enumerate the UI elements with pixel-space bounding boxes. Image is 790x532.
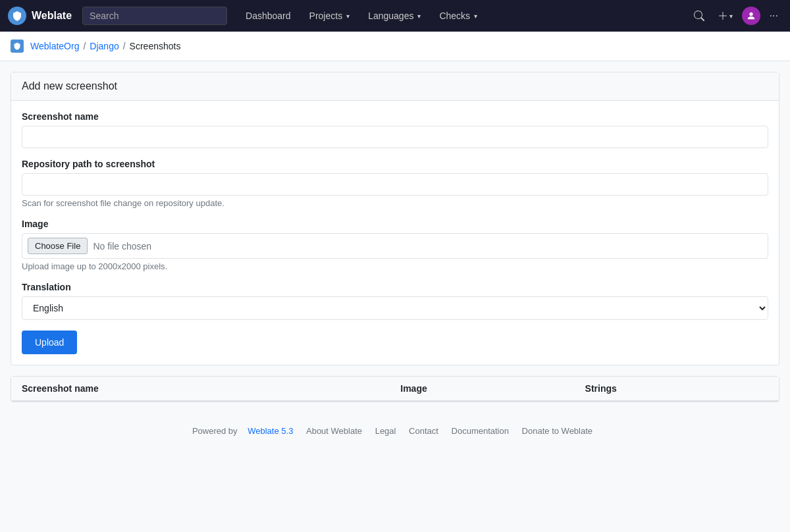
footer-docs-link[interactable]: Documentation: [452, 426, 509, 436]
footer-contact-link[interactable]: Contact: [409, 426, 438, 436]
footer-legal-link[interactable]: Legal: [375, 426, 396, 436]
translation-label: Translation: [22, 282, 768, 292]
search-input[interactable]: [82, 7, 227, 25]
main-content: Add new screenshot Screenshot name Repos…: [0, 61, 790, 413]
breadcrumb-project[interactable]: Django: [90, 41, 118, 51]
footer-weblate-link[interactable]: Weblate 5.3: [248, 426, 293, 436]
navbar: Weblate Dashboard Projects ▾ Languages ▾…: [0, 0, 790, 32]
image-label: Image: [22, 219, 768, 229]
brand-link[interactable]: Weblate: [8, 7, 72, 25]
col-image: Image: [390, 377, 574, 401]
brand-icon: [8, 7, 26, 25]
screenshot-name-group: Screenshot name: [22, 111, 768, 148]
nav-projects[interactable]: Projects ▾: [302, 7, 358, 25]
footer-powered-by: Powered by: [192, 426, 238, 436]
screenshot-name-input[interactable]: [22, 126, 768, 148]
languages-chevron-icon: ▾: [417, 13, 421, 20]
breadcrumb-sep-2: /: [123, 41, 126, 51]
repo-path-input[interactable]: [22, 173, 768, 196]
footer-about-link[interactable]: About Weblate: [306, 426, 362, 436]
file-input-wrapper: Choose File No file chosen: [22, 233, 768, 259]
table-header-row: Screenshot name Image Strings: [11, 377, 779, 401]
nav-checks[interactable]: Checks ▾: [431, 7, 485, 25]
footer-donate-link[interactable]: Donate to Weblate: [522, 426, 592, 436]
breadcrumb-org[interactable]: WeblateOrg: [30, 41, 79, 51]
repo-path-group: Repository path to screenshot Scan for s…: [22, 159, 768, 208]
projects-chevron-icon: ▾: [346, 13, 350, 20]
form-title: Add new screenshot: [22, 80, 117, 92]
col-screenshot-name: Screenshot name: [11, 377, 390, 401]
image-hint: Upload image up to 2000x2000 pixels.: [22, 261, 768, 271]
translation-select[interactable]: English: [22, 296, 768, 320]
choose-file-button[interactable]: Choose File: [28, 238, 88, 254]
nav-dashboard[interactable]: Dashboard: [238, 7, 299, 25]
add-chevron-icon: ▾: [729, 13, 733, 20]
image-group: Image Choose File No file chosen Upload …: [22, 219, 768, 271]
upload-button-group: Upload: [22, 331, 768, 354]
add-icon-btn[interactable]: ▾: [714, 7, 737, 25]
upload-button[interactable]: Upload: [22, 331, 77, 354]
brand-name: Weblate: [32, 10, 72, 22]
footer: Powered by Weblate 5.3 About Weblate Leg…: [0, 413, 790, 449]
breadcrumb: WeblateOrg / Django / Screenshots: [0, 32, 790, 61]
avatar-btn[interactable]: [742, 7, 760, 25]
breadcrumb-page: Screenshots: [130, 41, 181, 51]
form-card-header: Add new screenshot: [11, 72, 779, 101]
checks-chevron-icon: ▾: [474, 13, 477, 20]
file-name-text: No file chosen: [93, 241, 151, 252]
nav-right: ▾ ···: [690, 6, 782, 26]
breadcrumb-sep-1: /: [83, 41, 86, 51]
translation-group: Translation English: [22, 282, 768, 320]
form-card-body: Screenshot name Repository path to scree…: [11, 101, 779, 365]
screenshots-table-card: Screenshot name Image Strings: [11, 376, 779, 402]
nav-links: Dashboard Projects ▾ Languages ▾ Checks …: [238, 7, 485, 25]
breadcrumb-icon: [11, 40, 24, 53]
search-icon-btn[interactable]: [690, 7, 708, 25]
nav-languages[interactable]: Languages ▾: [360, 7, 429, 25]
repo-path-hint: Scan for screenshot file change on repos…: [22, 198, 768, 208]
col-strings: Strings: [575, 377, 779, 401]
screenshots-table: Screenshot name Image Strings: [11, 377, 779, 402]
more-icon-btn[interactable]: ···: [766, 6, 782, 26]
add-screenshot-card: Add new screenshot Screenshot name Repos…: [11, 72, 779, 365]
repo-path-label: Repository path to screenshot: [22, 159, 768, 169]
screenshot-name-label: Screenshot name: [22, 111, 768, 122]
